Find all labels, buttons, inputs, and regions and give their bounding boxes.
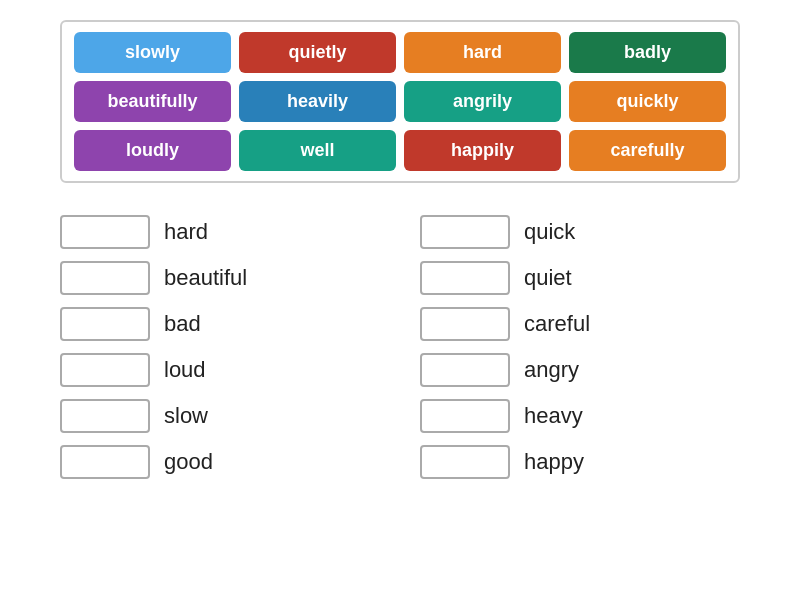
right-match-row-2: careful [420,303,740,345]
match-label-left-0: hard [164,219,208,245]
word-chip-beautifully[interactable]: beautifully [74,81,231,122]
match-label-right-2: careful [524,311,590,337]
left-match-row-0: hard [60,211,380,253]
match-label-left-2: bad [164,311,201,337]
word-bank: slowlyquietlyhardbadlybeautifullyheavily… [60,20,740,183]
left-match-row-2: bad [60,303,380,345]
word-chip-loudly[interactable]: loudly [74,130,231,171]
answer-box-right-0[interactable] [420,215,510,249]
word-chip-slowly[interactable]: slowly [74,32,231,73]
word-chip-happily[interactable]: happily [404,130,561,171]
answer-box-right-3[interactable] [420,353,510,387]
answer-box-left-2[interactable] [60,307,150,341]
left-match-row-1: beautiful [60,257,380,299]
left-column: hardbeautifulbadloudslowgood [60,211,380,483]
match-label-left-4: slow [164,403,208,429]
match-label-right-5: happy [524,449,584,475]
answer-box-left-3[interactable] [60,353,150,387]
word-chip-well[interactable]: well [239,130,396,171]
word-chip-heavily[interactable]: heavily [239,81,396,122]
right-match-row-4: heavy [420,395,740,437]
match-label-right-0: quick [524,219,575,245]
word-chip-badly[interactable]: badly [569,32,726,73]
word-chip-carefully[interactable]: carefully [569,130,726,171]
right-match-row-3: angry [420,349,740,391]
answer-box-left-4[interactable] [60,399,150,433]
left-match-row-3: loud [60,349,380,391]
word-chip-quietly[interactable]: quietly [239,32,396,73]
answer-box-right-1[interactable] [420,261,510,295]
word-chip-angrily[interactable]: angrily [404,81,561,122]
left-match-row-4: slow [60,395,380,437]
match-label-right-4: heavy [524,403,583,429]
word-chip-quickly[interactable]: quickly [569,81,726,122]
right-match-row-0: quick [420,211,740,253]
answer-box-left-0[interactable] [60,215,150,249]
answer-box-right-2[interactable] [420,307,510,341]
match-grid: hardbeautifulbadloudslowgood quickquietc… [60,211,740,483]
right-match-row-5: happy [420,441,740,483]
answer-box-left-1[interactable] [60,261,150,295]
word-chip-hard[interactable]: hard [404,32,561,73]
match-label-right-3: angry [524,357,579,383]
match-label-left-5: good [164,449,213,475]
left-match-row-5: good [60,441,380,483]
match-label-right-1: quiet [524,265,572,291]
answer-box-right-4[interactable] [420,399,510,433]
match-label-left-1: beautiful [164,265,247,291]
match-label-left-3: loud [164,357,206,383]
right-column: quickquietcarefulangryheavyhappy [420,211,740,483]
right-match-row-1: quiet [420,257,740,299]
answer-box-left-5[interactable] [60,445,150,479]
answer-box-right-5[interactable] [420,445,510,479]
